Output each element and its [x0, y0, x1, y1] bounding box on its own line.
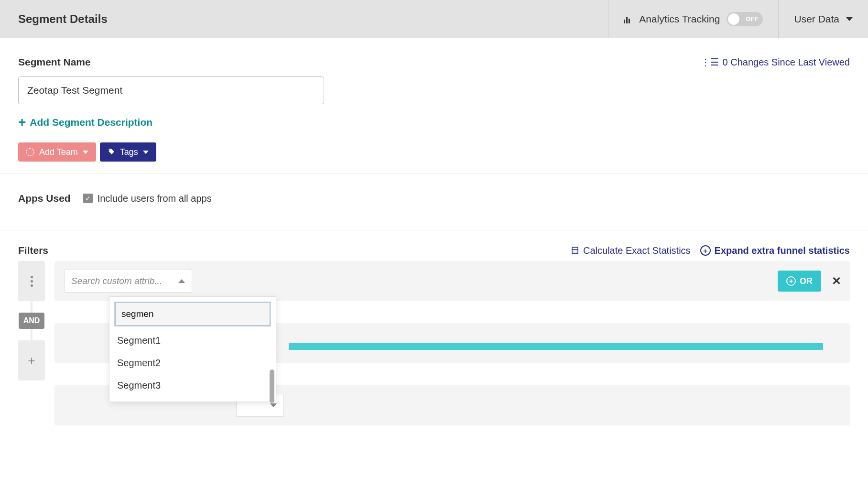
- dropdown-option[interactable]: Segment1: [109, 329, 276, 352]
- filters-links: Calculate Exact Statistics + Expand extr…: [571, 245, 850, 256]
- button-row: Add Team Tags: [18, 142, 850, 162]
- caret-down-icon: [83, 151, 88, 154]
- or-label: OR: [800, 276, 813, 286]
- header-bar: Segment Details Analytics Tracking OFF U…: [0, 0, 868, 38]
- expand-funnel-link[interactable]: + Expand extra funnel statistics: [700, 245, 850, 256]
- attribute-placeholder: Search custom attrib...: [71, 276, 162, 286]
- segment-name-row: Segment Name ⋮☰ 0 Changes Since Last Vie…: [18, 56, 850, 104]
- calc-stats-text: Calculate Exact Statistics: [583, 245, 691, 256]
- plus-circle-icon: +: [700, 245, 711, 256]
- add-segment-description[interactable]: + Add Segment Description: [18, 116, 850, 129]
- rail-connector: [31, 301, 33, 313]
- filter-drag-handle[interactable]: [18, 261, 45, 301]
- rail-connector: [31, 329, 33, 340]
- dropdown-option[interactable]: Segment3: [109, 374, 276, 397]
- chevron-down-icon: [846, 17, 853, 21]
- include-all-apps[interactable]: ✓ Include users from all apps: [83, 193, 212, 204]
- toggle-off-text: OFF: [746, 15, 758, 22]
- apps-used-row: Apps Used ✓ Include users from all apps: [0, 174, 868, 218]
- analytics-toggle[interactable]: OFF: [727, 12, 763, 26]
- filters-header: Filters Calculate Exact Statistics + Exp…: [0, 230, 868, 261]
- add-team-label: Add Team: [39, 147, 78, 157]
- toggle-knob: [728, 13, 739, 25]
- tags-button[interactable]: Tags: [100, 142, 156, 162]
- svg-point-5: [576, 252, 577, 253]
- plus-circle-icon: +: [786, 276, 796, 286]
- filter-progress-bar: [289, 343, 823, 350]
- dropdown-search-input[interactable]: [115, 303, 270, 326]
- segment-name-block: Segment Name: [18, 56, 324, 104]
- calculate-stats-link[interactable]: Calculate Exact Statistics: [571, 245, 691, 256]
- add-team-button[interactable]: Add Team: [18, 142, 96, 162]
- filters-label: Filters: [18, 245, 48, 256]
- changes-since-viewed-link[interactable]: ⋮☰ 0 Changes Since Last Viewed: [701, 56, 850, 68]
- analytics-icon: [624, 15, 632, 23]
- filter-rows: Search custom attrib... + OR ✕ Segment1 …: [54, 261, 850, 425]
- add-desc-label: Add Segment Description: [30, 117, 152, 128]
- segment-name-label: Segment Name: [18, 56, 324, 68]
- caret-up-icon: [178, 279, 185, 283]
- remove-filter-button[interactable]: ✕: [832, 274, 841, 288]
- checkbox-icon: ✓: [83, 194, 93, 203]
- changes-link-text: 0 Changes Since Last Viewed: [723, 57, 850, 68]
- caret-down-icon: [270, 403, 277, 407]
- tag-icon: [108, 148, 115, 156]
- segment-content: Segment Name ⋮☰ 0 Changes Since Last Vie…: [0, 38, 868, 162]
- analytics-label: Analytics Tracking: [639, 13, 720, 25]
- dropdown-option[interactable]: Segment2: [109, 352, 276, 374]
- calculator-icon: [571, 246, 579, 255]
- svg-point-2: [574, 250, 575, 251]
- tags-label: Tags: [120, 147, 138, 157]
- attribute-dropdown: Segment1 Segment2 Segment3: [109, 296, 276, 402]
- caret-down-icon: [143, 151, 149, 154]
- filter-builder: AND + Search custom attrib... + OR ✕ Seg…: [0, 261, 868, 435]
- header-left: Segment Details: [0, 12, 608, 26]
- segment-name-input[interactable]: [18, 76, 324, 104]
- expand-funnel-text: Expand extra funnel statistics: [715, 245, 850, 256]
- attribute-select[interactable]: Search custom attrib...: [64, 270, 192, 293]
- user-data-dropdown[interactable]: User Data: [778, 0, 868, 38]
- plus-icon: +: [18, 116, 26, 129]
- user-data-label: User Data: [794, 13, 839, 25]
- globe-icon: [26, 148, 34, 156]
- page-title: Segment Details: [18, 12, 608, 26]
- list-icon: ⋮☰: [701, 56, 719, 68]
- add-filter-button[interactable]: +: [18, 340, 45, 380]
- filter-row-1: Search custom attrib... + OR ✕ Segment1 …: [54, 261, 850, 301]
- apps-used-label: Apps Used: [18, 193, 71, 204]
- or-button[interactable]: + OR: [778, 271, 821, 292]
- analytics-tracking-section: Analytics Tracking OFF: [608, 0, 778, 38]
- svg-rect-0: [572, 247, 578, 254]
- svg-point-4: [574, 252, 575, 253]
- filter-rail: AND +: [18, 261, 45, 380]
- kebab-icon: [31, 276, 33, 287]
- and-operator[interactable]: AND: [19, 313, 45, 329]
- include-label: Include users from all apps: [98, 193, 212, 204]
- svg-point-3: [576, 250, 577, 251]
- dropdown-scrollbar[interactable]: [270, 369, 274, 403]
